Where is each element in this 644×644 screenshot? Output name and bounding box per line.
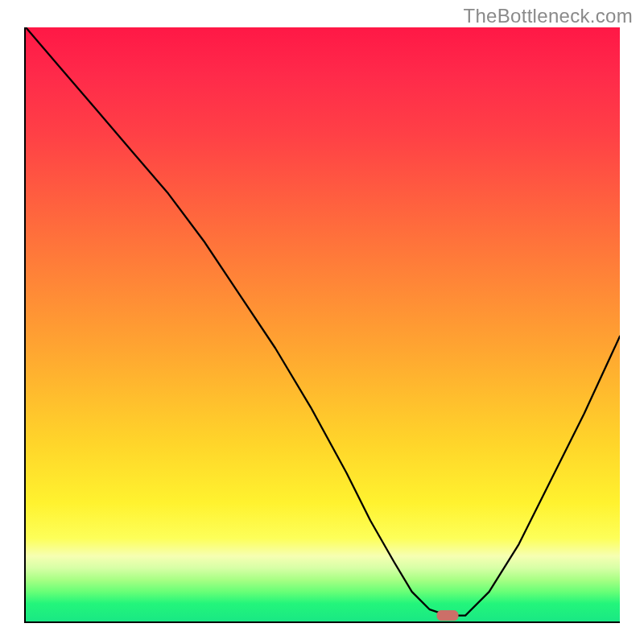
bottleneck-curve-svg bbox=[26, 27, 620, 621]
bottleneck-curve bbox=[26, 27, 620, 616]
attribution-text: TheBottleneck.com bbox=[463, 5, 633, 27]
minimum-marker bbox=[437, 611, 458, 621]
chart-plot-area bbox=[24, 27, 620, 623]
